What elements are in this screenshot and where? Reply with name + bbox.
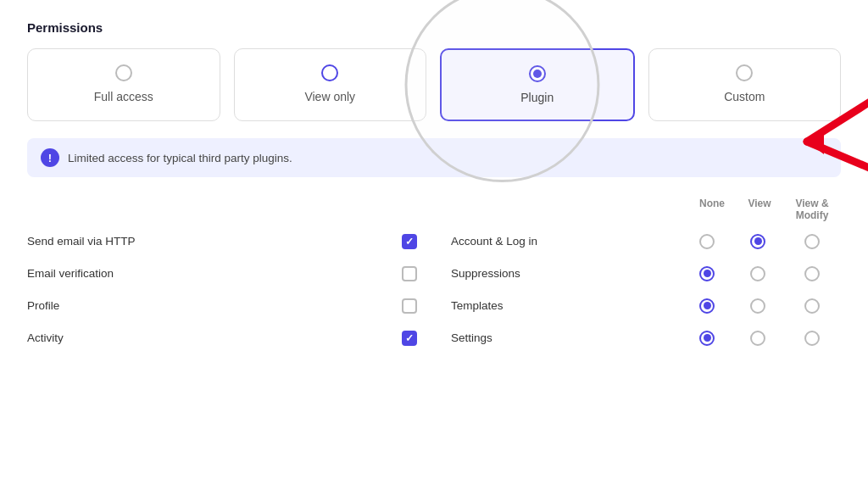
- permissions-table: None View View & Modify Send email via H…: [27, 198, 841, 354]
- info-icon: !: [41, 148, 59, 167]
- card-custom[interactable]: Custom: [648, 48, 842, 121]
- card-plugin[interactable]: Plugin: [440, 48, 635, 121]
- radio-group-0: [682, 234, 841, 249]
- checkmark-0: ✓: [405, 236, 414, 248]
- radio-group-1: [682, 266, 841, 281]
- permission-cards: Full access View only Plugin Custom: [27, 48, 841, 121]
- table-row: Email verification: [27, 258, 417, 290]
- radio-cell-vm-3: [783, 331, 841, 346]
- radio-view-1[interactable]: [750, 266, 765, 281]
- right-perm-label-0: Account & Log in: [451, 235, 682, 248]
- radio-custom: [736, 64, 753, 81]
- radio-none-0[interactable]: [699, 234, 715, 249]
- radio-cell-none-3: [682, 331, 732, 346]
- table-row: Send email via HTTP ✓: [27, 225, 417, 258]
- table-row: Profile: [27, 290, 417, 322]
- radio-vm-1[interactable]: [804, 266, 820, 281]
- radio-plugin: [529, 65, 546, 82]
- radio-dot-view-0: [754, 237, 762, 245]
- radio-group-3: [682, 331, 841, 346]
- right-permissions-col: Account & Log in Sup: [451, 225, 841, 354]
- radio-view-3[interactable]: [750, 331, 765, 346]
- col-headers-group: None View View & Modify: [688, 198, 841, 222]
- info-text: Limited access for typical third party p…: [68, 152, 292, 164]
- col-header-view-modify: View & Modify: [783, 198, 841, 222]
- checkbox-3[interactable]: ✓: [402, 331, 417, 346]
- radio-cell-view-0: [732, 234, 783, 249]
- checkmark-3: ✓: [405, 332, 414, 344]
- table-row: Templates: [451, 290, 841, 322]
- card-label-view-only: View only: [304, 90, 355, 103]
- radio-vm-3[interactable]: [804, 331, 820, 346]
- card-label-full-access: Full access: [94, 90, 153, 103]
- table-body: Send email via HTTP ✓ Email verification…: [27, 225, 841, 354]
- radio-full-access: [115, 64, 132, 81]
- right-perm-label-1: Suppressions: [451, 267, 682, 280]
- table-row: Activity ✓: [27, 322, 417, 354]
- table-row: Account & Log in: [451, 225, 841, 258]
- radio-vm-0[interactable]: [804, 234, 820, 249]
- left-perm-label-3: Activity: [27, 331, 402, 344]
- radio-cell-none-2: [682, 298, 732, 314]
- left-perm-label-1: Email verification: [27, 267, 402, 280]
- card-label-custom: Custom: [724, 90, 765, 103]
- table-headers-row: None View View & Modify: [27, 198, 841, 222]
- radio-none-3[interactable]: [699, 331, 715, 346]
- radio-cell-none-1: [682, 266, 732, 281]
- radio-plugin-dot: [533, 70, 542, 78]
- info-banner: ! Limited access for typical third party…: [27, 138, 841, 177]
- left-permissions-col: Send email via HTTP ✓ Email verification…: [27, 225, 417, 354]
- checkbox-0[interactable]: ✓: [402, 234, 417, 249]
- table-row: Settings: [451, 322, 841, 354]
- radio-cell-view-1: [732, 266, 783, 281]
- right-perm-label-3: Settings: [451, 331, 682, 344]
- right-headers: None View View & Modify: [434, 198, 841, 222]
- radio-cell-view-2: [732, 298, 783, 314]
- section-title: Permissions: [27, 20, 841, 35]
- radio-group-2: [682, 298, 841, 314]
- col-header-none: None: [688, 198, 736, 222]
- radio-cell-vm-0: [783, 234, 841, 249]
- radio-cell-vm-1: [783, 266, 841, 281]
- radio-view-2[interactable]: [750, 298, 765, 314]
- radio-view-0[interactable]: [750, 234, 765, 249]
- left-perm-label-0: Send email via HTTP: [27, 235, 402, 248]
- radio-cell-view-3: [732, 331, 783, 346]
- radio-view-only: [321, 64, 338, 81]
- radio-vm-2[interactable]: [804, 298, 820, 314]
- radio-none-2[interactable]: [699, 298, 715, 314]
- right-perm-label-2: Templates: [451, 299, 682, 312]
- card-label-plugin: Plugin: [520, 91, 554, 104]
- radio-none-1[interactable]: [699, 266, 715, 281]
- col-header-view: View: [736, 198, 783, 222]
- card-full-access[interactable]: Full access: [27, 48, 220, 121]
- checkbox-1[interactable]: [402, 266, 417, 281]
- radio-cell-vm-2: [783, 298, 841, 314]
- radio-cell-none-0: [682, 234, 732, 249]
- left-header-spacer: [27, 198, 434, 222]
- radio-dot-none-1: [704, 270, 711, 277]
- checkbox-2[interactable]: [402, 298, 417, 314]
- radio-dot-none-3: [704, 334, 711, 342]
- table-row: Suppressions: [451, 258, 841, 290]
- left-perm-label-2: Profile: [27, 299, 402, 312]
- card-view-only[interactable]: View only: [234, 48, 427, 121]
- radio-dot-none-2: [704, 302, 711, 309]
